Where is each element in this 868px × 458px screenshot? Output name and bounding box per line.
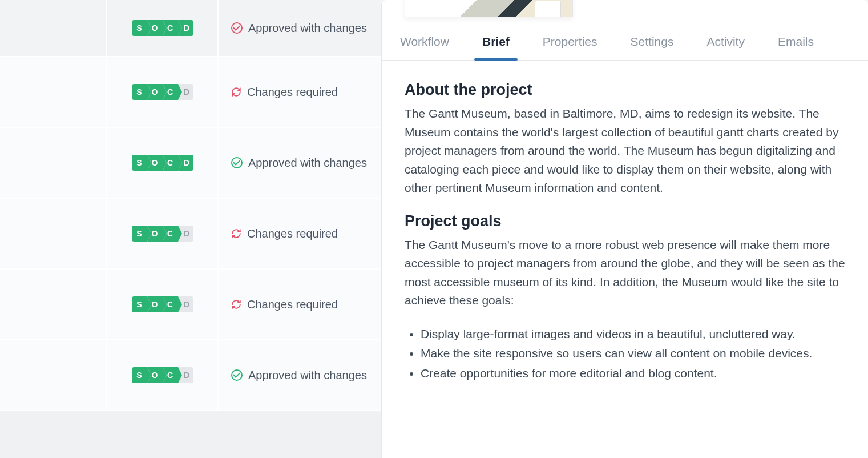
goal-item: Display large-format images and videos i… (421, 325, 845, 344)
task-row[interactable]: SOCDChanges required (0, 57, 381, 128)
status-text: Approved with changes (248, 156, 367, 170)
task-row[interactable]: SOCDChanges required (0, 270, 381, 340)
workflow-stage-badge[interactable]: SOCD (132, 155, 193, 171)
stage-cell: SOCD (107, 340, 219, 410)
stage-segment: S (132, 367, 147, 383)
project-thumbnail (405, 0, 573, 17)
check-circle-icon (231, 157, 243, 168)
stage-cell: SOCD (107, 270, 219, 339)
row-spacer (0, 128, 107, 198)
status-cell: Approved with changes (219, 0, 381, 56)
section-heading-goals: Project goals (405, 212, 845, 230)
status-cell: Approved with changes (219, 128, 381, 198)
status-cell: Changes required (219, 57, 381, 127)
detail-panel: WorkflowBriefPropertiesSettingsActivityE… (381, 0, 868, 458)
status-cell: Approved with changes (219, 340, 381, 410)
stage-cell: SOCD (107, 199, 219, 268)
tab-brief[interactable]: Brief (482, 23, 510, 60)
refresh-icon (231, 87, 241, 97)
stage-segment: S (132, 20, 147, 36)
goals-paragraph: The Gantt Museum's move to a more robust… (405, 236, 845, 310)
tab-properties[interactable]: Properties (543, 23, 597, 60)
brief-content: About the project The Gantt Museum, base… (382, 61, 868, 407)
goal-item: Create opportunities for more editorial … (421, 364, 845, 383)
stage-segment: S (132, 84, 147, 100)
tab-settings[interactable]: Settings (631, 23, 674, 60)
tab-activity[interactable]: Activity (706, 23, 745, 60)
goals-list: Display large-format images and videos i… (405, 325, 845, 383)
tab-emails[interactable]: Emails (778, 23, 814, 60)
stage-segment: S (132, 296, 147, 312)
thumbnail-area (382, 0, 868, 23)
task-row[interactable]: SOCDApproved with changes (0, 340, 381, 411)
check-circle-icon (231, 22, 243, 34)
stage-segment: S (132, 155, 147, 171)
status-text: Changes required (247, 86, 338, 99)
refresh-icon (231, 228, 241, 239)
stage-segment: S (132, 226, 147, 242)
status-cell: Changes required (219, 199, 381, 268)
row-spacer (0, 340, 107, 410)
stage-cell: SOCD (107, 128, 219, 198)
status-text: Approved with changes (248, 369, 367, 382)
task-list-panel: SOCDApproved with changesSOCDChanges req… (0, 0, 381, 458)
status-cell: Changes required (219, 270, 381, 339)
row-spacer (0, 57, 107, 127)
check-circle-icon (231, 369, 243, 381)
workflow-stage-badge[interactable]: SOCD (132, 367, 193, 383)
task-row[interactable]: SOCDApproved with changes (0, 128, 381, 199)
task-row[interactable]: SOCDChanges required (0, 199, 381, 270)
row-spacer (0, 0, 107, 56)
app-root: SOCDApproved with changesSOCDChanges req… (0, 0, 868, 458)
about-paragraph: The Gantt Museum, based in Baltimore, MD… (405, 105, 845, 198)
workflow-stage-badge[interactable]: SOCD (132, 84, 193, 100)
tab-workflow[interactable]: Workflow (400, 23, 449, 60)
row-spacer (0, 270, 107, 339)
status-text: Approved with changes (248, 22, 367, 35)
status-text: Changes required (247, 298, 338, 311)
detail-tabs: WorkflowBriefPropertiesSettingsActivityE… (382, 23, 868, 61)
workflow-stage-badge[interactable]: SOCD (132, 226, 193, 242)
refresh-icon (231, 299, 241, 310)
row-spacer (0, 199, 107, 268)
stage-cell: SOCD (107, 0, 219, 56)
section-heading-about: About the project (405, 81, 845, 99)
workflow-stage-badge[interactable]: SOCD (132, 296, 193, 312)
workflow-stage-badge[interactable]: SOCD (132, 20, 193, 36)
task-row[interactable]: SOCDApproved with changes (0, 0, 381, 57)
stage-cell: SOCD (107, 57, 219, 127)
status-text: Changes required (247, 227, 338, 240)
goal-item: Make the site responsive so users can vi… (421, 344, 845, 363)
